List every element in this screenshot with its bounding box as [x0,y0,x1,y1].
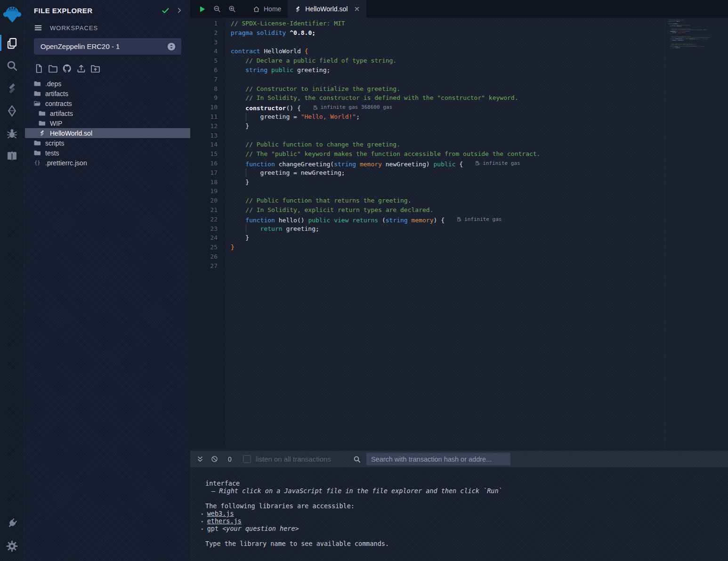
code-line[interactable]: function hello() public view returns (st… [226,215,665,224]
terminal-line: Type the library name to see available c… [190,540,728,547]
code-line[interactable]: // The "public" keyword makes the functi… [226,149,665,159]
tab-helloworld-sol[interactable]: HelloWorld.sol [288,0,366,18]
code-line[interactable]: // Public function to change the greetin… [226,140,665,149]
code-line[interactable]: greeting = "Hello, World!"; [226,112,665,122]
code-line[interactable]: string public greeting; [226,65,665,75]
new-folder-icon[interactable] [48,64,58,73]
terminal-panel: 0 listen on all transactions interface– … [190,449,728,561]
editor-code[interactable]: // SPDX-License-Identifier: MITpragma so… [226,18,665,449]
terminal-link[interactable]: web3.js [207,510,234,517]
sidebar-item-deploy[interactable] [0,99,24,122]
code-line[interactable]: constructor() {infinite gas 368600 gas [226,103,665,112]
workspace-select[interactable]: OpenZeppelin ERC20 - 1 [34,38,181,55]
line-number: 27 [190,261,226,271]
line-number: 26 [190,252,226,261]
file-tree: .depsartifactscontractsartifactsWIPHello… [25,79,190,168]
code-line[interactable]: } [226,243,665,252]
zoom-in-button[interactable] [225,0,240,18]
code-line[interactable]: greeting = newGreeting; [226,168,665,178]
tab-home[interactable]: Home [246,0,288,18]
code-line[interactable]: // Declare a public field of type string… [226,56,665,65]
code-line[interactable] [226,131,665,140]
run-play-button[interactable] [194,0,210,18]
collapse-terminal-icon[interactable] [196,455,204,463]
line-number: 2 [190,28,226,38]
upload-folder-icon[interactable] [90,64,100,73]
chevron-right-icon[interactable] [176,7,183,14]
code-line[interactable]: } [226,233,665,243]
sidebar-item-settings[interactable] [0,535,24,557]
terminal-link[interactable]: ethers.js [207,517,242,525]
line-number: 16 [190,159,226,168]
code-line[interactable]: } [226,122,665,131]
tab-label: HelloWorld.sol [305,5,348,13]
code-line[interactable]: pragma solidity ^0.8.0; [226,28,665,38]
code-line[interactable]: function changeGreeting(string memory ne… [226,159,665,168]
code-line[interactable] [226,252,665,261]
sidebar-item-search[interactable] [0,54,24,77]
code-line[interactable] [226,75,665,84]
tree-item-wip[interactable]: WIP [25,118,190,128]
debugger-icon [6,128,18,139]
braces-icon: {} [34,159,41,166]
tree-item-label: contracts [45,100,72,107]
tree-item-tests[interactable]: tests [25,148,190,158]
line-number: 15 [190,149,226,159]
plugin-icon [6,518,18,529]
code-line[interactable]: // Constructor to initialize the greetin… [226,84,665,94]
sidebar-item-solidity[interactable] [0,77,24,99]
transaction-search-input[interactable] [366,453,510,465]
line-number: 4 [190,47,226,56]
tree-item-artifacts[interactable]: artifacts [25,89,190,98]
terminal-line [190,495,728,502]
line-number: 3 [190,38,226,47]
gas-estimate-badge: infinite gas 368600 gas [313,103,392,112]
sidebar-item-file-explorer[interactable] [0,32,24,54]
code-line[interactable] [226,38,665,47]
sidebar-item-plugin[interactable] [0,512,24,535]
code-line[interactable]: // Public function that returns the gree… [226,196,665,205]
gas-estimate-badge: infinite gas [457,215,502,224]
line-number: 24 [190,233,226,243]
zoom-out-button[interactable] [210,0,225,18]
hamburger-icon[interactable] [34,24,42,32]
tree-item-label: scripts [45,139,64,147]
listen-transactions-checkbox[interactable] [243,455,251,463]
tree-item-artifacts[interactable]: artifacts [25,108,190,118]
search-icon [353,455,361,463]
code-line[interactable]: contract HelloWorld { [226,47,665,56]
terminal-line[interactable]: •web3.js [190,510,728,517]
terminal-line[interactable]: •ethers.js [190,517,728,525]
editor-minimap[interactable]: // SPDX-License-Identifier: MITpragma so… [665,18,728,449]
code-line[interactable]: // SPDX-License-Identifier: MIT [226,19,665,28]
tree-item-label: HelloWorld.sol [50,130,92,137]
code-line[interactable]: // In Solidity, the constructor is defin… [226,93,665,103]
sidebar-item-learneth[interactable] [0,145,24,167]
tree-item--deps[interactable]: .deps [25,79,190,89]
tree-item-contracts[interactable]: contracts [25,98,190,108]
code-line[interactable]: } [226,178,665,187]
tree-item-scripts[interactable]: scripts [25,138,190,148]
code-line[interactable] [226,187,665,196]
solidity-file-icon [294,6,301,13]
code-editor: 1234567891011121314151617181920212223242… [190,18,728,449]
learneth-icon [6,150,18,162]
check-icon[interactable] [162,7,170,15]
remix-logo-icon[interactable] [2,3,22,25]
sidebar-item-debugger[interactable] [0,122,24,145]
close-icon[interactable] [354,6,360,12]
clear-console-icon[interactable] [211,455,218,463]
terminal-lines: interface– Right click on a JavaScript f… [190,480,728,547]
line-number: 8 [190,84,226,94]
github-icon[interactable] [62,64,72,73]
tree-item-helloworld-sol[interactable]: HelloWorld.sol [25,128,190,138]
terminal-output: interface– Right click on a JavaScript f… [190,467,728,561]
new-file-icon[interactable] [34,64,44,73]
tree-item--prettierrc-json[interactable]: {}.prettierrc.json [25,158,190,168]
line-number: 14 [190,140,226,149]
code-line[interactable]: return greeting; [226,224,665,234]
upload-file-icon[interactable] [76,64,86,73]
tree-item-label: tests [45,149,59,157]
code-line[interactable] [226,261,665,271]
code-line[interactable]: // In Solidity, explicit return types ar… [226,205,665,215]
